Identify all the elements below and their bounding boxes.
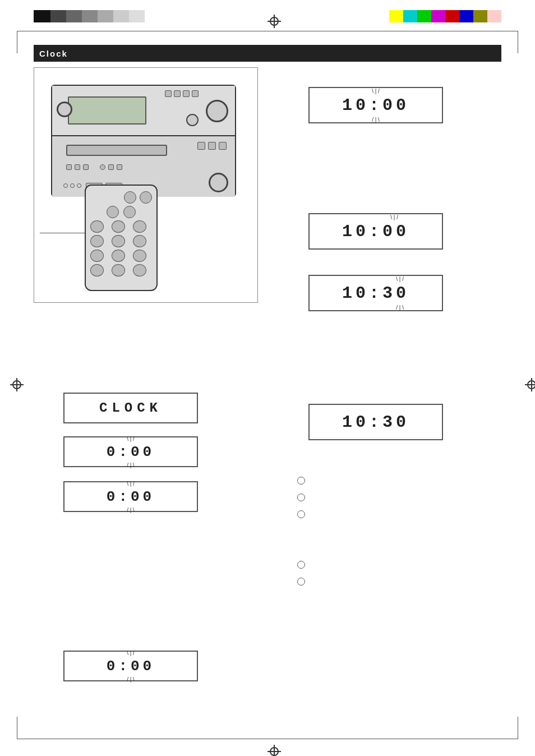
lcd-clock-label: CLOCK [63,393,198,423]
remote-grid-btn-10 [90,264,104,276]
lcd-display-1-inner: \ | / 0:00 / | \ [107,444,155,460]
title-bar: Clock [34,45,501,62]
lcd-clock-text: CLOCK [99,400,162,416]
led-6 [117,164,122,170]
cursor-top-4: \ | / [390,214,398,220]
device-area [34,67,258,303]
remote-label-line [40,233,85,233]
remote-grid-btn-3 [133,220,146,233]
lcd-display-4-inner: \ | / 10:00 [342,222,409,241]
led-1 [66,164,72,170]
remote-grid-btn-4 [90,235,104,247]
lcd-display-3-inner: \ | / 10:00 / | \ [342,96,409,115]
remote-mid-btn-1 [107,206,119,218]
stereo-b-btn-1 [197,142,205,150]
lcd-display-3: \ | / 10:00 / | \ [308,87,443,123]
remote-grid-btn-8 [112,250,125,262]
remote-grid-buttons [90,220,152,276]
lcd-display-5-inner: \ | / 10:30 / | \ [342,284,409,303]
remote-grid-btn-7 [90,250,104,262]
remote-grid-btn-9 [133,250,146,262]
cursor-bottom-1: / | \ [127,462,135,468]
stereo-left-knob [57,102,72,117]
lcd-display-2: \ | / 0:00 / | \ [63,481,198,512]
color-bar-right [389,10,501,22]
s-dot-2 [70,183,75,188]
border-top [17,31,518,31]
lcd-text-2: 0:00 [107,488,155,505]
stereo-bottom-knob [209,173,228,192]
lcd-display-1: \ | / 0:00 / | \ [63,436,198,467]
cursor-bottom-3: / | \ [372,117,380,123]
stereo-buttons-row [165,90,199,97]
cursor-bottom-5: / | \ [396,305,404,311]
lcd-text-1: 0:00 [107,444,155,460]
border-right-bottom [518,717,518,739]
cursor-top-2: \ | / [127,481,135,487]
stereo-b-btn-2 [208,142,216,150]
lcd-display-5: \ | / 10:30 / | \ [308,275,443,311]
step-circle-4 [297,561,305,569]
remote-grid-btn-12 [133,264,146,276]
color-bar-left [34,10,146,22]
remote-top-buttons [90,191,152,204]
lcd-text-7: 0:00 [107,658,155,675]
s-dot-3 [77,183,81,188]
remote-grid-btn-11 [112,264,125,276]
lcd-text-3: 10:00 [342,96,409,115]
s-dot-1 [63,183,68,188]
border-left-bottom [17,717,17,739]
border-bottom [17,739,518,739]
led-3 [83,164,89,170]
stereo-right-knob [206,100,228,122]
led-4 [100,164,105,170]
lcd-display-7: \ | / 0:00 / | \ [63,651,198,681]
led-2 [75,164,80,170]
stereo-small-knob [186,114,199,126]
lcd-text-5: 10:30 [342,284,409,303]
cursor-bottom-2: / | \ [127,507,135,513]
remote-mid-buttons [90,206,152,218]
stereo-btn-2 [174,90,181,97]
stereo-display [68,96,146,125]
border-right-top [518,31,518,53]
stereo-top-panel [52,86,235,136]
remote-top-btn-2 [140,191,152,204]
remote-grid-btn-5 [112,235,125,247]
lcd-display-2-inner: \ | / 0:00 / | \ [107,488,155,505]
cursor-bottom-7: / | \ [127,676,135,683]
cursor-top-5: \ | / [396,276,404,282]
step-circle-2 [297,494,305,501]
cursor-top-1: \ | / [127,436,135,442]
lcd-display-4: \ | / 10:00 [308,213,443,250]
cursor-top-3: \ | / [372,88,380,94]
stereo-btn-1 [165,90,172,97]
remote-unit [85,185,158,291]
stereo-btn-4 [192,90,199,97]
cursor-top-7: \ | / [127,650,135,656]
border-left-top [17,31,17,53]
lcd-display-7-inner: \ | / 0:00 / | \ [107,658,155,675]
remote-grid-btn-6 [133,235,146,247]
lcd-display-6: 10:30 [308,404,443,440]
stereo-bottom-leds [66,164,122,170]
remote-top-btn-1 [124,191,136,204]
remote-mid-btn-2 [123,206,136,218]
remote-grid-btn-2 [112,220,125,233]
step-circle-1 [297,477,305,485]
stereo-unit [51,85,236,197]
stereo-btn-3 [183,90,190,97]
stereo-cd-slot [66,145,167,156]
remote-grid-btn-1 [90,220,104,233]
title-text: Clock [39,49,68,58]
stereo-bottom-buttons [197,142,227,150]
lcd-text-6: 10:30 [342,413,409,432]
lcd-text-4: 10:00 [342,222,409,241]
led-5 [108,164,114,170]
speaker-dots-left [63,183,81,188]
stereo-b-btn-3 [219,142,227,150]
step-circle-3 [297,510,305,518]
step-circle-5 [297,578,305,586]
